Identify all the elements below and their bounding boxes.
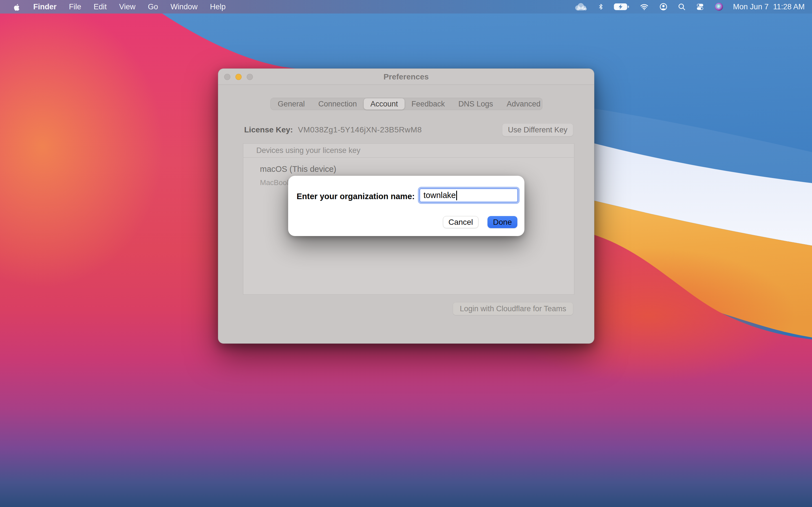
- menu-edit[interactable]: Edit: [94, 3, 107, 11]
- bluetooth-icon[interactable]: [598, 3, 604, 11]
- menu-go[interactable]: Go: [148, 3, 158, 11]
- window-title: Preferences: [218, 69, 594, 85]
- tab-connection[interactable]: Connection: [312, 98, 364, 110]
- tab-feedback[interactable]: Feedback: [405, 98, 452, 110]
- window-titlebar[interactable]: Preferences: [218, 69, 594, 85]
- devices-panel-header: Devices using your license key: [243, 144, 574, 158]
- done-button[interactable]: Done: [488, 216, 517, 228]
- cloudflare-cloud-icon[interactable]: [573, 3, 588, 11]
- menu-bar: Finder File Edit View Go Window Help: [0, 0, 812, 13]
- cancel-button[interactable]: Cancel: [443, 216, 478, 228]
- preferences-tab-bar: General Connection Account Feedback DNS …: [270, 98, 543, 110]
- login-with-teams-button[interactable]: Login with Cloudflare for Teams: [453, 302, 573, 315]
- device-name: macOS (This device): [260, 165, 574, 174]
- clock-time: 11:28 AM: [773, 3, 805, 11]
- menu-help[interactable]: Help: [210, 3, 226, 11]
- menu-view[interactable]: View: [119, 3, 136, 11]
- clock-date: Mon Jun 7: [733, 3, 769, 11]
- menu-bar-clock[interactable]: Mon Jun 7 11:28 AM: [733, 3, 805, 11]
- menu-app-name[interactable]: Finder: [33, 3, 57, 11]
- menu-window[interactable]: Window: [170, 3, 198, 11]
- user-account-icon[interactable]: [659, 3, 668, 11]
- tab-general[interactable]: General: [271, 98, 312, 110]
- control-center-icon[interactable]: [695, 3, 705, 11]
- siri-icon[interactable]: [714, 2, 724, 11]
- tab-dns-logs[interactable]: DNS Logs: [452, 98, 500, 110]
- text-caret: [456, 191, 457, 200]
- tab-account[interactable]: Account: [364, 98, 405, 110]
- license-key-value: VM038Zg1-5Y146jXN-23B5RwM8: [298, 125, 422, 134]
- organization-name-label: Enter your organization name:: [297, 191, 415, 202]
- use-different-key-button[interactable]: Use Different Key: [502, 123, 573, 136]
- wifi-icon[interactable]: [639, 3, 649, 11]
- organization-name-input[interactable]: townlake: [419, 188, 518, 202]
- organization-name-value: townlake: [423, 191, 456, 200]
- menu-file[interactable]: File: [69, 3, 82, 11]
- tab-advanced[interactable]: Advanced: [500, 98, 547, 110]
- organization-name-dialog: Enter your organization name: townlake C…: [288, 176, 524, 236]
- spotlight-search-icon[interactable]: [677, 3, 686, 11]
- license-key-label: License Key:: [244, 125, 293, 134]
- battery-charging-icon[interactable]: [613, 3, 630, 11]
- apple-menu-icon[interactable]: [12, 3, 21, 11]
